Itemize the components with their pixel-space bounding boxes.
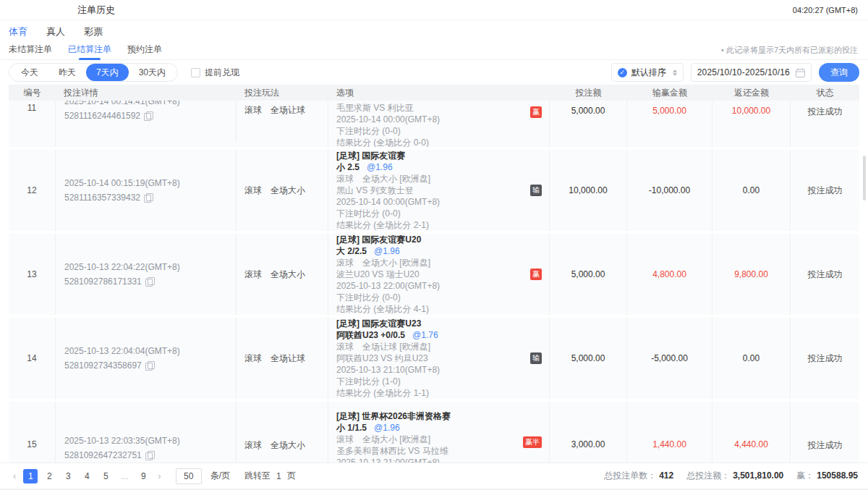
table-header: 编号 投注详情 投注玩法 选项 投注额 输赢金额 返还金额 状态: [9, 85, 859, 101]
bet-status: 投注成功: [791, 101, 859, 147]
col-header-winloss: 输赢金额: [627, 87, 712, 99]
bet-status: 投注成功: [791, 318, 859, 399]
jump-suffix: 页: [287, 470, 296, 482]
options-cell: [足球] 世界杯2026非洲资格赛 小 1/1.5@1.96 滚球 全场大小 […: [328, 402, 550, 465]
tab-sports[interactable]: 体育: [9, 25, 27, 38]
option-odds: @1.96: [374, 246, 400, 256]
bet-time: 2025-10-14 00:14:41(GMT+8): [64, 101, 180, 109]
bet-id: 5281092786171331: [64, 274, 142, 289]
bet-status: 投注成功: [791, 402, 859, 465]
copy-icon[interactable]: [145, 277, 153, 286]
cashout-checkbox[interactable]: [191, 68, 200, 77]
result-badge: 赢: [530, 269, 542, 280]
chip-30days[interactable]: 30天内: [129, 64, 176, 81]
option-result-score: 结果比分 (全场比分 4-1): [336, 303, 429, 315]
payout-amount: 10,000.00: [712, 101, 791, 147]
bet-detail-cell: 2025-10-14 00:15:19(GMT+8) 5281116357339…: [56, 150, 237, 231]
option-teams: 毛里求斯 VS 利比亚: [336, 102, 414, 114]
payout-amount: 4,440.00: [712, 402, 791, 465]
option-league: [足球] 世界杯2026非洲资格赛: [336, 410, 451, 422]
total-count-label: 总投注单数：: [604, 470, 656, 481]
page-1[interactable]: 1: [23, 469, 38, 483]
vertical-scrollbar[interactable]: [863, 156, 866, 200]
subtab-reserved[interactable]: 预约注单: [127, 41, 162, 60]
result-badge: 输: [530, 185, 542, 196]
page-size-select[interactable]: 50: [176, 468, 202, 484]
table-body[interactable]: 11 2025-10-14 00:14:41(GMT+8) 5281116244…: [9, 101, 859, 465]
option-league: [足球] 国际友谊赛U23: [336, 318, 421, 329]
bet-detail-cell: 2025-10-14 00:14:41(GMT+8) 5281116244461…: [56, 101, 237, 142]
table-row: 14 2025-10-13 22:04:04(GMT+8) 5281092734…: [9, 318, 859, 399]
copy-icon[interactable]: [145, 451, 153, 460]
option-result-score: 结果比分 (全场比分 1-1): [336, 387, 429, 399]
tab-lottery[interactable]: 彩票: [84, 25, 103, 38]
total-amount-value: 3,501,810.00: [733, 470, 783, 481]
total-amount-label: 总投注额：: [686, 470, 730, 481]
result-badge: 赢: [530, 106, 542, 118]
cashout-filter[interactable]: 提前兑现: [191, 67, 239, 79]
bet-time: 2025-10-13 22:03:35(GMT+8): [64, 434, 180, 448]
sort-select[interactable]: ✓ 默认排序: [611, 63, 684, 82]
bet-amount: 10,000.00: [550, 150, 627, 231]
footer-bar: ‹ 1 2 3 4 5 ... 9 › 50 条/页 跳转至 1 页 总投注单数…: [0, 462, 868, 489]
tab-live[interactable]: 真人: [46, 25, 65, 38]
subtab-unsettled[interactable]: 未结算注单: [9, 41, 52, 60]
result-badge: 输: [530, 352, 542, 364]
check-circle-icon: ✓: [618, 68, 627, 77]
row-number: 15: [9, 402, 56, 465]
bet-amount: 3,000.00: [550, 402, 627, 465]
table-row: 12 2025-10-14 00:15:19(GMT+8) 5281116357…: [9, 150, 859, 231]
play-type: 滚球 全场让球: [237, 318, 328, 399]
subtab-settled[interactable]: 已结算注单: [68, 41, 111, 60]
total-win-value: 150588.95: [817, 470, 858, 481]
copy-icon[interactable]: [145, 361, 153, 370]
next-page-icon[interactable]: ›: [155, 470, 163, 481]
option-odds: @1.76: [412, 330, 438, 340]
option-selection: 大 2/2.5: [336, 246, 367, 256]
query-button[interactable]: 查询: [819, 63, 859, 82]
bet-id: 5281092647232751: [64, 448, 142, 462]
bet-amount: 5,000.00: [550, 318, 627, 399]
sort-arrows-icon: [673, 69, 677, 76]
chip-7days[interactable]: 7天内: [86, 64, 129, 81]
copy-icon[interactable]: [144, 193, 152, 202]
options-cell: [足球] 国际友谊赛 小 2.5@1.96 滚球 全场大小 [欧洲盘] 黑山 V…: [328, 150, 550, 231]
option-odds: @1.96: [374, 423, 400, 433]
payout-amount: 0.00: [712, 150, 791, 231]
option-selection: 阿联酋U23 +0/0.5: [336, 330, 405, 340]
category-tabs: 体育 真人 彩票: [0, 20, 868, 41]
row-number: 12: [9, 150, 56, 231]
option-result-score: 结果比分 (全场比分 2-1): [336, 219, 429, 231]
col-header-detail: 投注详情: [56, 87, 237, 99]
page-3[interactable]: 3: [61, 469, 75, 483]
winloss-amount: -10,000.00: [627, 150, 712, 231]
bet-time: 2025-10-14 00:15:19(GMT+8): [64, 176, 180, 190]
table-row: 11 2025-10-14 00:14:41(GMT+8) 5281116244…: [9, 101, 859, 147]
page-ellipsis[interactable]: ...: [117, 469, 132, 483]
payout-amount: 9,800.00: [712, 234, 791, 315]
bet-detail-cell: 2025-10-13 22:04:22(GMT+8) 5281092786171…: [56, 234, 237, 315]
page-5[interactable]: 5: [98, 469, 113, 483]
total-win-label: 赢：: [796, 470, 814, 481]
chip-today[interactable]: 今天: [11, 64, 48, 81]
options-cell: 毛里求斯 VS 利比亚 2025-10-14 00:00(GMT+8) 下注时比…: [328, 101, 550, 147]
option-odds: @1.96: [367, 162, 393, 172]
col-header-payout: 返还金额: [712, 87, 791, 99]
jump-page-input[interactable]: 1: [276, 471, 281, 481]
copy-icon[interactable]: [144, 111, 152, 120]
date-range-picker[interactable]: 2025/10/10-2025/10/16: [691, 63, 812, 82]
option-match-time: 2025-10-13 21:10(GMT+8): [336, 364, 440, 376]
bet-amount: 5,000.00: [550, 101, 627, 147]
bet-id: 5281116357339432: [64, 190, 140, 205]
per-page-label: 条/页: [210, 470, 230, 482]
chip-yesterday[interactable]: 昨天: [48, 64, 86, 81]
page-4[interactable]: 4: [80, 469, 94, 483]
option-market: 滚球 全场让球 [欧洲盘]: [336, 341, 430, 352]
bet-detail-cell: 2025-10-13 22:03:35(GMT+8) 5281092647232…: [56, 402, 237, 465]
totals-summary: 总投注单数：412 总投注额：3,501,810.00 赢：150588.95: [604, 470, 858, 482]
option-market: 滚球 全场大小 [欧洲盘]: [336, 173, 430, 185]
bet-status: 投注成功: [791, 234, 859, 315]
prev-page-icon[interactable]: ‹: [10, 470, 19, 481]
page-9[interactable]: 9: [136, 469, 150, 483]
page-2[interactable]: 2: [42, 469, 56, 483]
